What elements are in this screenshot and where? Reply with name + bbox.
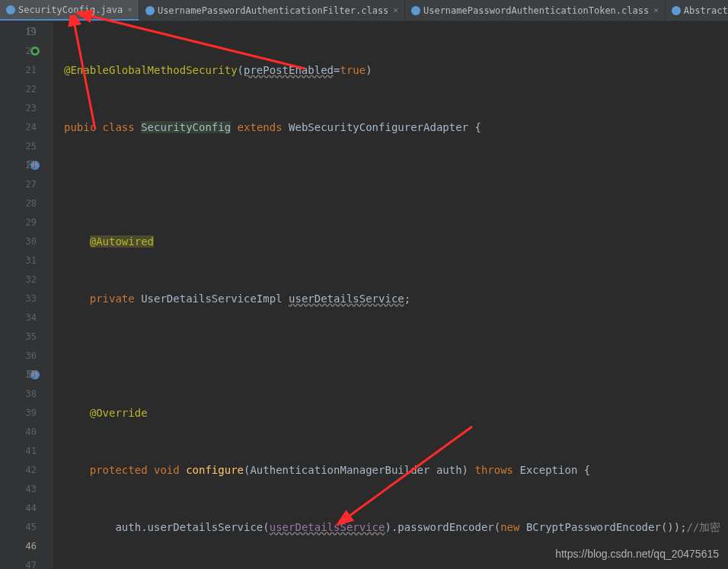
line-number: 36 <box>0 347 37 366</box>
close-icon[interactable]: × <box>391 5 400 15</box>
line-number: 22 <box>0 80 37 99</box>
code-area[interactable]: @EnableGlobalMethodSecurity(prePostEnabl… <box>53 21 728 569</box>
editor: 19− 20 21 22 23 24 25 26 − 27 28⌐ 29 30 … <box>0 21 728 569</box>
line-number: 35 <box>0 328 37 347</box>
line-number: 31 <box>0 251 37 270</box>
line-number: 38 <box>0 385 37 404</box>
code-line: @Autowired <box>53 232 728 251</box>
code-line: private UserDetailsServiceImpl userDetai… <box>53 289 728 308</box>
line-number: 21 <box>0 61 37 80</box>
tab-label: AbstractAuthenticationPr <box>684 5 728 16</box>
code-line: pubic class SecurityConfig extends WebSe… <box>53 118 728 137</box>
line-number: 44 <box>0 499 37 518</box>
code-line: @EnableGlobalMethodSecurity(prePostEnabl… <box>53 61 728 80</box>
code-line <box>53 347 728 366</box>
line-number: 43 <box>0 480 37 499</box>
line-number: 27 <box>0 175 37 194</box>
close-icon[interactable]: × <box>652 5 660 15</box>
code-line: protected void configure(AuthenticationM… <box>53 461 728 480</box>
fold-icon[interactable]: − <box>27 370 35 378</box>
tab-security-config[interactable]: SecurityConfig.java × <box>0 0 139 21</box>
line-number: 39 <box>0 404 37 423</box>
gutter: 19− 20 21 22 23 24 25 26 − 27 28⌐ 29 30 … <box>0 21 53 569</box>
tab-label: SecurityConfig.java <box>18 5 123 15</box>
close-icon[interactable]: × <box>126 5 134 14</box>
line-number: 45 <box>0 518 37 537</box>
tab-label: UsernamePasswordAuthenticationToken.clas… <box>423 5 649 16</box>
tab-auth-token[interactable]: UsernamePasswordAuthenticationToken.clas… <box>405 0 666 21</box>
line-number: 42 <box>0 461 37 480</box>
code-line: @Override <box>53 404 728 423</box>
fold-icon[interactable]: − <box>27 161 35 168</box>
line-number: 19− <box>0 23 37 42</box>
line-number: 24 <box>0 118 37 137</box>
class-icon <box>6 5 15 14</box>
line-number: 23 <box>0 99 37 118</box>
code-line: auth.userDetailsService(userDetailsServi… <box>53 518 728 537</box>
class-icon <box>145 6 155 15</box>
line-number: 33 <box>0 289 37 308</box>
fold-end-icon[interactable]: ⌐ <box>27 199 35 206</box>
class-icon <box>672 6 681 15</box>
watermark: https://blog.csdn.net/qq_20475615 <box>555 548 719 560</box>
svg-point-1 <box>33 49 37 53</box>
line-number: 25 <box>0 137 37 156</box>
line-number: 46 <box>0 537 37 556</box>
tab-auth-filter[interactable]: UsernamePasswordAuthenticationFilter.cla… <box>139 0 405 21</box>
line-number: 30 <box>0 232 37 251</box>
gutter-icon <box>29 45 41 57</box>
line-number: 32 <box>0 270 37 289</box>
line-number: 40 <box>0 423 37 442</box>
line-number: 20 <box>0 42 37 61</box>
fold-icon[interactable]: − <box>27 27 35 35</box>
code-line <box>53 175 728 194</box>
line-number: 28⌐ <box>0 194 37 213</box>
line-number: 29 <box>0 213 37 232</box>
line-number: 34 <box>0 308 37 328</box>
class-icon <box>411 6 420 15</box>
line-number: 26 − <box>0 156 37 175</box>
line-number: 37 − <box>0 366 37 385</box>
tab-label: UsernamePasswordAuthenticationFilter.cla… <box>158 5 388 16</box>
tab-bar: SecurityConfig.java × UsernamePasswordAu… <box>0 0 728 21</box>
tab-abstract-auth[interactable]: AbstractAuthenticationPr <box>666 0 728 21</box>
line-number: 47 <box>0 556 37 569</box>
line-number: 41 <box>0 442 37 461</box>
